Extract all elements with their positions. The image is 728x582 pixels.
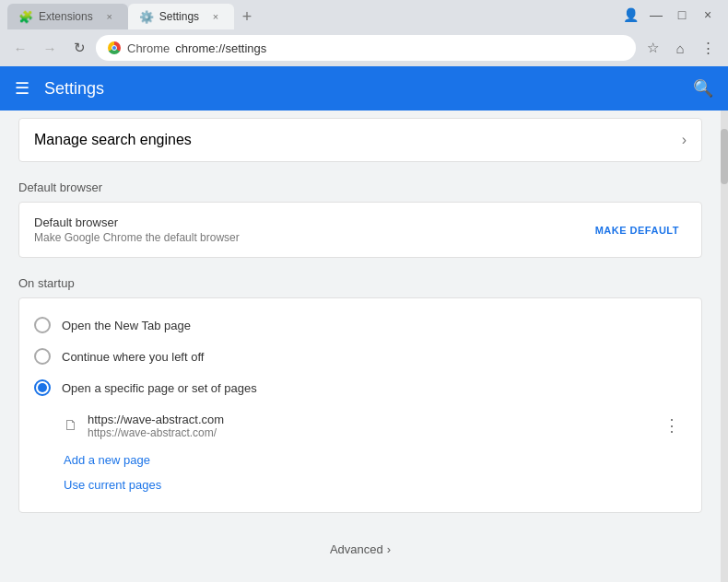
home-button[interactable]: ⌂	[667, 35, 693, 61]
tab-extensions-close[interactable]: ×	[102, 9, 117, 24]
back-button[interactable]: ←	[7, 35, 33, 61]
window-controls: 👤 — □ ×	[621, 6, 721, 24]
tab-extensions[interactable]: 🧩 Extensions ×	[7, 4, 128, 29]
radio-specific-indicator	[38, 383, 47, 392]
content-wrapper: GHG Manage search engines › Default brow…	[0, 111, 728, 582]
tabs-area: 🧩 Extensions × ⚙️ Settings × +	[7, 0, 621, 29]
radio-continue-label: Continue where you left off	[62, 350, 204, 364]
scrollbar[interactable]	[721, 111, 728, 582]
use-current-pages-link[interactable]: Use current pages	[34, 472, 687, 497]
tab-extensions-label: Extensions	[39, 10, 93, 23]
close-button[interactable]: ×	[699, 6, 717, 24]
chrome-label: Chrome	[127, 41, 170, 55]
forward-button[interactable]: →	[37, 35, 63, 61]
address-bar[interactable]: Chrome chrome://settings	[96, 35, 636, 61]
default-browser-subtitle: Make Google Chrome the default browser	[34, 231, 240, 244]
advanced-chevron: ›	[387, 542, 391, 556]
hamburger-menu-button[interactable]: ☰	[15, 78, 29, 99]
radio-new-tab-label: Open the New Tab page	[62, 319, 191, 332]
radio-specific-label: Open a specific page or set of pages	[62, 381, 257, 395]
chrome-menu-button[interactable]: ⋮	[695, 35, 721, 61]
tab-settings-label: Settings	[159, 10, 199, 23]
manage-search-engines-row[interactable]: Manage search engines ›	[18, 118, 702, 162]
title-bar: 🧩 Extensions × ⚙️ Settings × + 👤 — □ ×	[0, 0, 728, 29]
settings-content: Manage search engines › Default browser …	[0, 118, 721, 567]
minimize-button[interactable]: —	[647, 6, 665, 24]
browser-window: 🧩 Extensions × ⚙️ Settings × + 👤 — □ × ←…	[0, 0, 728, 582]
account-icon[interactable]: 👤	[621, 6, 640, 24]
add-new-page-link[interactable]: Add a new page	[34, 448, 687, 472]
advanced-label: Advanced	[330, 542, 383, 556]
page-entry-menu-button[interactable]: ⋮	[657, 411, 687, 440]
new-tab-button[interactable]: +	[234, 4, 260, 29]
on-startup-heading: On startup	[18, 276, 702, 290]
reload-button[interactable]: ↻	[66, 35, 92, 61]
chrome-logo	[107, 41, 122, 55]
default-browser-heading: Default browser	[18, 180, 702, 194]
star-button[interactable]: ☆	[640, 35, 665, 61]
radio-new-tab-button[interactable]	[34, 317, 51, 333]
page-entry-title: https://wave-abstract.com	[88, 413, 648, 426]
page-entry: 🗋 https://wave-abstract.com https://wave…	[64, 411, 687, 440]
default-browser-info: Default browser Make Google Chrome the d…	[34, 215, 240, 244]
radio-specific-button[interactable]	[34, 379, 51, 396]
page-entry-info: https://wave-abstract.com https://wave-a…	[88, 413, 648, 439]
page-title: Settings	[44, 79, 678, 99]
tab-settings-close[interactable]: ×	[208, 9, 223, 24]
make-default-button[interactable]: MAKE DEFAULT	[588, 219, 687, 241]
startup-card: Open the New Tab page Continue where you…	[18, 297, 702, 513]
extensions-tab-icon: 🧩	[18, 10, 33, 24]
url-text: chrome://settings	[175, 41, 266, 55]
maximize-button[interactable]: □	[673, 6, 691, 24]
radio-continue-button[interactable]	[34, 348, 51, 365]
radio-continue[interactable]: Continue where you left off	[34, 341, 687, 372]
radio-specific[interactable]: Open a specific page or set of pages	[34, 372, 687, 403]
radio-new-tab[interactable]: Open the New Tab page	[34, 309, 687, 341]
page-file-icon: 🗋	[64, 417, 78, 434]
search-engines-label: Manage search engines	[34, 132, 192, 148]
default-browser-card: Default browser Make Google Chrome the d…	[18, 202, 702, 258]
nav-bar: ← → ↻ Chrome chrome://settings ☆ ⌂ ⋮	[0, 29, 728, 66]
page-entry-url: https://wave-abstract.com/	[88, 426, 648, 439]
settings-search-button[interactable]: 🔍	[693, 78, 713, 99]
nav-right-icons: ☆ ⌂ ⋮	[640, 35, 721, 61]
default-browser-title: Default browser	[34, 215, 240, 229]
settings-toolbar: ☰ Settings 🔍	[0, 66, 728, 111]
advanced-row[interactable]: Advanced ›	[18, 531, 702, 567]
scrollbar-thumb[interactable]	[721, 129, 728, 184]
settings-tab-icon: ⚙️	[139, 10, 154, 24]
tab-settings[interactable]: ⚙️ Settings ×	[128, 4, 234, 29]
main-content: GHG Manage search engines › Default brow…	[0, 111, 721, 582]
search-engines-chevron: ›	[682, 132, 687, 148]
